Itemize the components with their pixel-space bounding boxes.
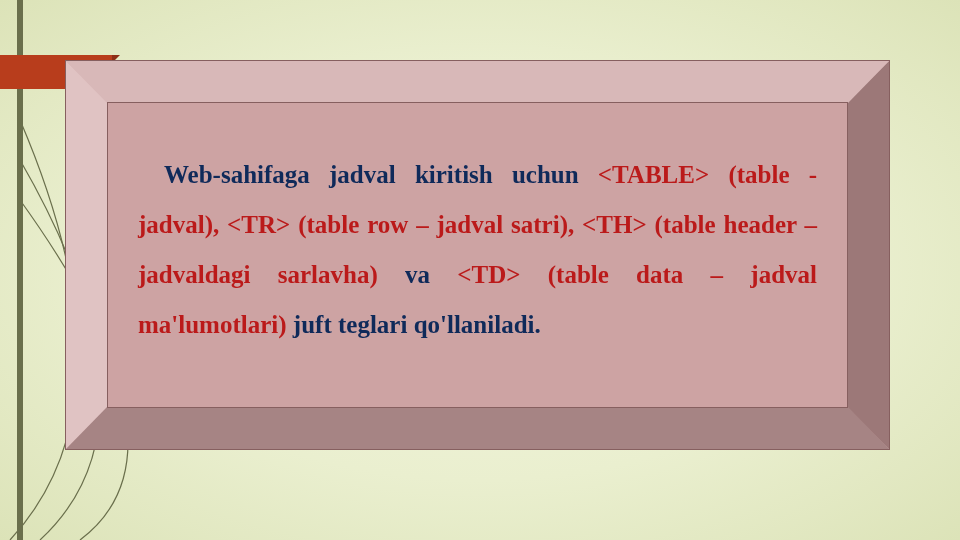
bevel-frame: Web-sahifaga jadval kiritish uchun <TABL… — [65, 60, 890, 450]
bevel-bottom — [65, 407, 890, 450]
bevel-top — [65, 60, 890, 103]
text-seg-1: Web-sahifaga jadval kiritish uchun — [164, 161, 598, 188]
body-text: Web-sahifaga jadval kiritish uchun <TABL… — [138, 150, 817, 350]
text-seg-5: juft teglari qo'llaniladi. — [287, 311, 541, 338]
text-seg-3: va — [378, 261, 458, 288]
content-panel: Web-sahifaga jadval kiritish uchun <TABL… — [107, 102, 848, 408]
bevel-left — [65, 60, 108, 450]
slide: Web-sahifaga jadval kiritish uchun <TABL… — [0, 0, 960, 540]
bevel-right — [847, 60, 890, 450]
